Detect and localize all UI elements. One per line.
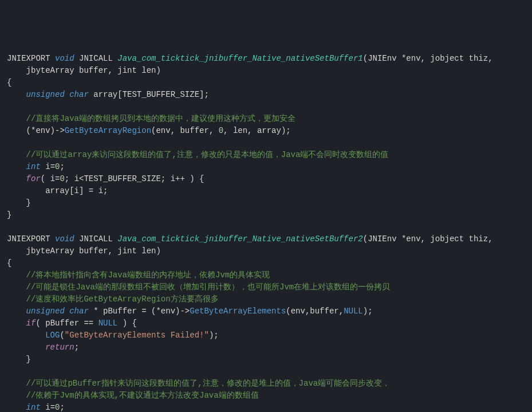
- code-line[interactable]: int i=0;: [7, 402, 525, 412]
- token-comment: //可以通过array来访问这段数组的值了,注意，修改的只是本地的值，Java端…: [26, 150, 389, 159]
- code-line[interactable]: [7, 221, 525, 233]
- token-ident: i=: [41, 403, 55, 412]
- token-ident: jbyteArray buffer, jint len): [7, 246, 161, 256]
- token-ident: [7, 90, 26, 99]
- code-line[interactable]: [7, 137, 525, 149]
- token-ident: , len, array);: [223, 126, 291, 135]
- token-ident: (*env)->: [7, 126, 65, 135]
- token-funcdef: Java_com_ticktick_jnibuffer_Native_nativ…: [117, 54, 362, 63]
- token-null: NULL: [344, 307, 363, 316]
- code-line[interactable]: int i=0;: [7, 161, 525, 173]
- token-ident: [7, 307, 26, 316]
- token-paren: (JNIEnv *env, jobject thiz,: [363, 234, 493, 244]
- token-macro: JNICALL: [74, 234, 118, 244]
- token-keyword: for: [26, 174, 41, 183]
- token-null: NULL: [98, 319, 118, 328]
- token-ident: (: [60, 331, 64, 340]
- token-num: 0: [60, 174, 64, 183]
- token-macro: JNIEXPORT: [7, 54, 55, 63]
- token-keyword: if: [26, 319, 36, 328]
- code-line[interactable]: {: [7, 257, 525, 269]
- token-comment: //直接将Java端的数组拷贝到本地的数据中，建议使用这种方式，更加安全: [26, 114, 295, 123]
- token-str: "GetByteArrayElements Failed!": [65, 331, 209, 340]
- token-type: unsigned char: [26, 90, 89, 99]
- code-line[interactable]: //可能是锁住Java端的那段数组不被回收（增加引用计数），也可能所Jvm在堆上…: [7, 281, 525, 293]
- token-call: GetByteArrayRegion: [65, 126, 151, 135]
- code-line[interactable]: [7, 101, 525, 113]
- code-line[interactable]: unsigned char * pBuffer = (*env)->GetByt…: [7, 305, 525, 317]
- token-ident: [7, 162, 26, 171]
- token-macro: JNIEXPORT: [7, 234, 55, 244]
- token-ident: ;: [74, 343, 79, 352]
- token-comment: //依赖于Jvm的具体实现,不建议通过本方法改变Java端的数组值: [26, 391, 259, 400]
- token-funcdef: Java_com_ticktick_jnibuffer_Native_nativ…: [117, 234, 362, 244]
- code-line[interactable]: }: [7, 197, 525, 209]
- code-line[interactable]: if( pBuffer == NULL ) {: [7, 317, 525, 329]
- code-line[interactable]: LOG("GetByteArrayElements Failed!");: [7, 329, 525, 342]
- token-ident: [7, 150, 26, 159]
- token-ident: [7, 114, 26, 123]
- token-ident: [7, 282, 26, 292]
- token-ident: }: [7, 355, 31, 364]
- code-line[interactable]: return;: [7, 342, 525, 354]
- token-ident: array[TEST_BUFFER_SIZE];: [89, 90, 209, 99]
- token-type: void: [55, 54, 74, 63]
- token-comment: //可以通过pBuffer指针来访问这段数组的值了,注意，修改的是堆上的值，Ja…: [26, 379, 391, 388]
- token-ident: ;: [60, 162, 64, 171]
- token-ident: i=: [41, 162, 55, 171]
- code-line[interactable]: //将本地指针指向含有Java端数组的内存地址，依赖Jvm的具体实现: [7, 269, 525, 281]
- code-editor[interactable]: JNIEXPORT void JNICALL Java_com_ticktick…: [7, 53, 525, 412]
- token-num: 0: [219, 126, 223, 135]
- code-line[interactable]: //速度和效率比GetByteArrayRegion方法要高很多: [7, 293, 525, 305]
- token-ident: [7, 343, 45, 352]
- token-ident: ;: [60, 403, 64, 412]
- token-ident: (env, buffer,: [151, 126, 219, 135]
- token-ident: [7, 403, 26, 412]
- token-paren: {: [7, 258, 11, 268]
- token-type: unsigned char: [26, 307, 89, 316]
- code-line[interactable]: JNIEXPORT void JNICALL Java_com_ticktick…: [7, 53, 525, 65]
- code-line[interactable]: }: [7, 209, 525, 221]
- token-ident: [7, 391, 26, 400]
- token-comment: //可能是锁住Java端的那段数组不被回收（增加引用计数），也可能所Jvm在堆上…: [26, 282, 391, 292]
- token-ident: (env,buffer,: [286, 307, 344, 316]
- code-line[interactable]: {: [7, 77, 525, 89]
- code-line[interactable]: for( i=0; i<TEST_BUFFER_SIZE; i++ ) {: [7, 173, 525, 185]
- token-ident: ) {: [117, 319, 137, 328]
- code-line[interactable]: [7, 366, 525, 378]
- token-comment: //将本地指针指向含有Java端数组的内存地址，依赖Jvm的具体实现: [26, 270, 270, 280]
- code-line[interactable]: //直接将Java端的数组拷贝到本地的数据中，建议使用这种方式，更加安全: [7, 113, 525, 125]
- code-line[interactable]: //依赖于Jvm的具体实现,不建议通过本方法改变Java端的数组值: [7, 390, 525, 402]
- token-paren: }: [7, 210, 11, 219]
- token-ident: ( i=: [41, 174, 60, 183]
- code-line[interactable]: jbyteArray buffer, jint len): [7, 65, 525, 77]
- code-line[interactable]: JNIEXPORT void JNICALL Java_com_ticktick…: [7, 233, 525, 245]
- token-ident: [7, 270, 26, 280]
- token-ident: [7, 295, 26, 304]
- token-ident: jbyteArray buffer, jint len): [7, 66, 161, 75]
- code-line[interactable]: array[i] = i;: [7, 185, 525, 197]
- token-call: LOG: [45, 331, 60, 340]
- code-line[interactable]: unsigned char array[TEST_BUFFER_SIZE];: [7, 89, 525, 101]
- token-ident: [7, 379, 26, 388]
- code-line[interactable]: jbyteArray buffer, jint len): [7, 245, 525, 257]
- token-paren: (JNIEnv *env, jobject thiz,: [363, 54, 493, 63]
- token-paren: {: [7, 78, 11, 87]
- token-call: GetByteArrayElements: [190, 307, 286, 316]
- token-type: void: [55, 234, 74, 244]
- code-line[interactable]: }: [7, 354, 525, 366]
- token-ident: ( pBuffer ==: [36, 319, 98, 328]
- token-ident: ; i<TEST_BUFFER_SIZE; i++ ) {: [65, 174, 204, 183]
- code-line[interactable]: (*env)->GetByteArrayRegion(env, buffer, …: [7, 125, 525, 137]
- token-ident: [7, 174, 26, 183]
- code-line[interactable]: //可以通过pBuffer指针来访问这段数组的值了,注意，修改的是堆上的值，Ja…: [7, 378, 525, 390]
- code-line[interactable]: //可以通过array来访问这段数组的值了,注意，修改的只是本地的值，Java端…: [7, 149, 525, 161]
- token-ident: );: [209, 331, 219, 340]
- token-type: int: [26, 403, 41, 412]
- token-ident: [7, 331, 45, 340]
- token-ident: );: [363, 307, 373, 316]
- token-macro: JNICALL: [74, 54, 118, 63]
- token-ident: array[i] = i;: [7, 186, 108, 195]
- token-keyword: return: [45, 343, 74, 352]
- token-ident: [7, 319, 26, 328]
